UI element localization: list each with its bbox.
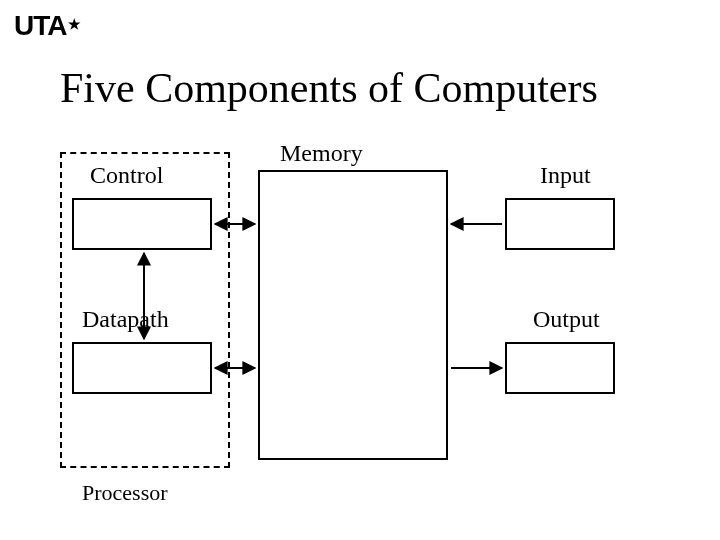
memory-box xyxy=(258,170,448,460)
slide: UTA ★ Five Components of Computers Memor… xyxy=(0,0,720,540)
arrow-datapath-memory xyxy=(212,358,258,378)
output-box xyxy=(505,342,615,394)
arrow-control-datapath xyxy=(134,250,154,342)
arrow-control-memory xyxy=(212,214,258,234)
arrow-input-memory xyxy=(448,214,505,234)
input-label: Input xyxy=(540,162,591,189)
input-box xyxy=(505,198,615,250)
logo-text: UTA xyxy=(14,10,66,42)
control-box xyxy=(72,198,212,250)
memory-label: Memory xyxy=(280,140,363,167)
uta-logo: UTA ★ xyxy=(14,10,80,42)
processor-label: Processor xyxy=(82,480,168,506)
output-label: Output xyxy=(533,306,600,333)
star-icon: ★ xyxy=(68,17,80,31)
arrow-memory-output xyxy=(448,358,505,378)
datapath-box xyxy=(72,342,212,394)
page-title: Five Components of Computers xyxy=(60,64,598,112)
